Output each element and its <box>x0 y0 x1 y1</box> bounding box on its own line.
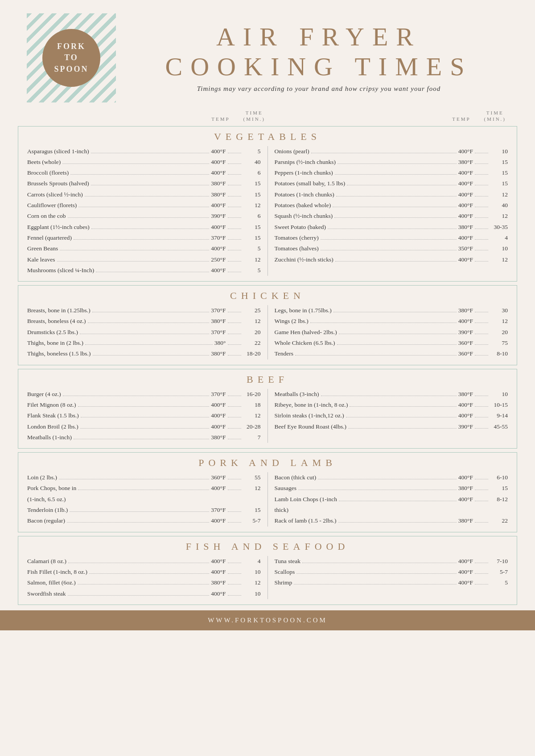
food-dots2 <box>228 261 241 262</box>
title-line2: COOKING TIMES <box>129 52 508 82</box>
food-dots <box>318 479 457 479</box>
food-temp: 400°F <box>211 146 226 157</box>
food-dots2 <box>228 355 241 356</box>
food-dots <box>346 417 457 417</box>
food-name: Kale leaves <box>27 254 55 265</box>
food-dots2 <box>475 250 488 250</box>
food-dots2 <box>475 396 488 396</box>
food-temp: 400°F <box>458 233 473 243</box>
food-time: 15 <box>243 189 261 200</box>
food-temp: 400°F <box>211 515 226 526</box>
food-dots <box>80 334 209 334</box>
food-dots <box>338 522 457 523</box>
food-row: Broccoli (florets)400°F6 <box>27 168 261 178</box>
food-name: Tuna steak <box>275 556 300 567</box>
food-row: Flank Steak (1.5 lbs.)400°F12 <box>27 410 261 421</box>
section-divider <box>268 389 268 443</box>
food-dots2 <box>228 334 241 334</box>
food-row: Wings (2 lbs.)400°F12 <box>275 316 508 327</box>
food-dots2 <box>228 563 241 563</box>
food-dots2 <box>475 428 488 429</box>
food-row: Meatballs (3-inch)380°F10 <box>275 389 508 400</box>
section-title-fish-and-seafood: FISH AND SEAFOOD <box>27 541 508 552</box>
food-row: Potatoes (baked whole)400°F40 <box>275 200 508 211</box>
food-dots <box>92 312 210 312</box>
food-dots <box>310 323 457 323</box>
food-time: 40 <box>490 200 508 211</box>
main-title: AIR FRYER COOKING TIMES <box>129 22 508 82</box>
food-dots <box>347 185 456 185</box>
food-name: Peppers (1-inch chunks) <box>275 168 333 178</box>
food-dots <box>78 490 209 490</box>
food-dots2 <box>475 563 488 563</box>
food-time: 4 <box>243 556 261 567</box>
food-row: Rack of lamb (1.5 - 2lbs.)380°F22 <box>275 515 508 526</box>
food-time: 12 <box>243 483 261 494</box>
food-time: 15 <box>243 178 261 189</box>
food-name: Sirloin steaks (1-inch,12 oz.) <box>275 410 344 421</box>
food-name: Bacon (thick cut) <box>275 472 317 483</box>
food-row: Swordfish steak400°F10 <box>27 588 261 599</box>
food-time: 12 <box>243 316 261 327</box>
section-content-chicken: Breasts, bone in (1.25lbs.)370°F25Breast… <box>27 305 508 359</box>
section-divider <box>268 146 268 276</box>
food-time: 30 <box>490 305 508 316</box>
food-time: 75 <box>490 338 508 348</box>
food-temp: 400°F <box>458 472 473 483</box>
food-row: Green Beans400°F5 <box>27 243 261 254</box>
food-row: Cauliflower (florets)400°F12 <box>27 200 261 211</box>
food-dots <box>321 250 457 250</box>
food-time: 12 <box>243 577 261 588</box>
food-dots2 <box>228 323 241 323</box>
food-temp: 380° <box>214 338 226 348</box>
food-dots <box>348 428 457 429</box>
food-time: 15 <box>490 168 508 178</box>
food-row: Potatoes (small baby, 1.5 lbs)400°F15 <box>275 178 508 189</box>
food-name: Zucchini (½-inch sticks) <box>275 254 333 265</box>
right-time-header: TIME (MIN.) <box>484 110 506 123</box>
food-time: 10 <box>243 588 261 599</box>
food-dots <box>350 406 456 407</box>
food-row: Potatoes (1-inch chunks)400°F12 <box>275 189 508 200</box>
food-name: Thighs, boneless (1.5 lbs.) <box>27 348 91 359</box>
food-temp: 400°F <box>211 265 226 276</box>
food-time: 5 <box>243 146 261 157</box>
section-left-chicken: Breasts, bone in (1.25lbs.)370°F25Breast… <box>27 305 261 359</box>
food-dots <box>298 490 457 490</box>
food-dots2 <box>228 239 241 240</box>
food-name: Swordfish steak <box>27 588 66 599</box>
food-name: Loin (2 lbs.) <box>27 472 57 483</box>
food-time: 15 <box>490 157 508 168</box>
food-name: Parsnips (½-inch chunks) <box>275 157 336 168</box>
food-time: 15 <box>490 178 508 189</box>
food-time: 10 <box>490 243 508 254</box>
logo-circle: FORK TO SPOON <box>42 29 100 87</box>
food-dots <box>67 522 209 523</box>
food-name: Flank Steak (1.5 lbs.) <box>27 410 79 421</box>
food-row: Sweet Potato (baked)380°F30-35 <box>275 222 508 233</box>
left-temp-header: TEMP <box>211 116 230 122</box>
food-dots2 <box>475 185 488 185</box>
food-row: Tenderloin (1lb.)370°F15 <box>27 505 261 515</box>
food-dots2 <box>228 428 241 429</box>
section-content-vegetables: Asparagus (sliced 1-inch)400°F5Beets (wh… <box>27 146 508 276</box>
section-content-pork-and-lamb: Loin (2 lbs.)360°F55Pork Chops, bone in … <box>27 472 508 526</box>
food-dots <box>336 196 457 196</box>
food-row: Lamb Loin Chops (1-inch thick)400°F8-12 <box>275 494 508 516</box>
food-row: Whole Chicken (6.5 lbs.)360°F75 <box>275 338 508 348</box>
left-time-header: TIME (MIN.) <box>243 110 265 123</box>
right-temp-header: TEMP <box>452 116 470 122</box>
food-dots <box>85 344 213 345</box>
food-name: Green Beans <box>27 243 58 254</box>
food-time: 12 <box>490 211 508 221</box>
title-area: AIR FRYER COOKING TIMES Timings may vary… <box>129 13 508 93</box>
food-row: Zucchini (½-inch sticks)400°F12 <box>275 254 508 265</box>
right-col-headers: TEMP TIME (MIN.) <box>268 110 508 123</box>
food-dots2 <box>228 272 241 272</box>
food-temp: 400°F <box>458 567 473 577</box>
food-row: Squash (½-inch chunks)400°F12 <box>275 211 508 221</box>
food-time: 20 <box>490 327 508 338</box>
food-name: Tenderloin (1lb.) <box>27 505 68 515</box>
food-temp: 400°F <box>211 400 226 410</box>
food-name: Lamb Loin Chops (1-inch thick) <box>275 494 337 516</box>
